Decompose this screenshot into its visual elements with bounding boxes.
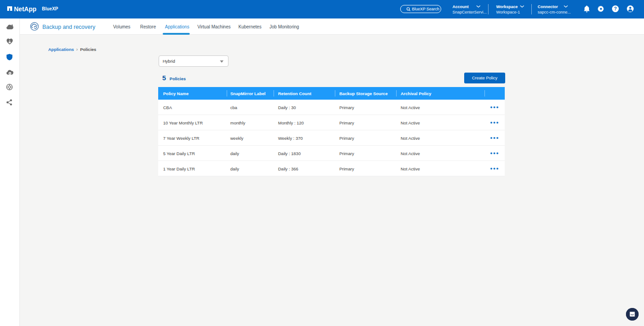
svg-text:?: ? [614,6,617,11]
